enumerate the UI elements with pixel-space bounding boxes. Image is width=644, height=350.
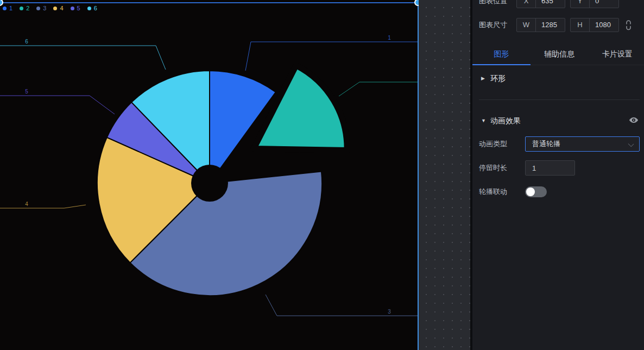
selection-border-right[interactable] (418, 2, 419, 350)
chevron-down-icon: ▼ (481, 112, 486, 129)
chevron-right-icon: ▶ (481, 70, 485, 87)
section-ring-header[interactable]: ▶ 环形 (472, 70, 644, 87)
height-value[interactable]: 1080 (590, 18, 618, 32)
carousel-linkage-label: 轮播联动 (479, 184, 507, 199)
section-animation-title: 动画效果 (490, 112, 521, 129)
animation-type-row: 动画类型 普通轮播 (472, 136, 644, 152)
stay-duration-label: 停留时长 (479, 160, 507, 176)
callout-line-5 (0, 96, 115, 114)
legend-item-3[interactable]: 3 (36, 5, 46, 11)
callout-label-6: 6 (25, 39, 28, 45)
y-position-input[interactable]: Y 0 (570, 0, 619, 8)
chevron-down-icon (628, 141, 634, 147)
x-position-input[interactable]: X 635 (516, 0, 565, 8)
callout-line-1 (245, 42, 418, 71)
callout-line-6 (0, 46, 166, 70)
legend-item-4[interactable]: 4 (53, 5, 63, 11)
animation-type-select[interactable]: 普通轮播 (525, 136, 640, 152)
chart-legend: 123456 (3, 5, 97, 11)
selection-handle-top-right[interactable] (414, 0, 419, 6)
legend-label: 2 (26, 5, 29, 11)
editor-stage: 123456 123456 图表位置 X 635 Y 0 图表尺寸 W 1285 (0, 0, 644, 350)
callout-label-3: 3 (388, 309, 391, 315)
width-value[interactable]: 1285 (536, 18, 565, 32)
donut-hole (191, 165, 228, 202)
selection-border-top (0, 2, 419, 3)
height-input[interactable]: H 1080 (570, 18, 619, 32)
callout-line-3 (266, 295, 418, 316)
legend-item-1[interactable]: 1 (3, 5, 12, 11)
callout-line-4 (0, 205, 86, 208)
animation-type-value: 普通轮播 (532, 137, 560, 151)
workspace-gutter (419, 0, 470, 350)
x-axis-label: X (517, 0, 536, 8)
legend-dot (53, 7, 57, 10)
x-position-value[interactable]: 635 (536, 0, 565, 8)
chart-canvas[interactable]: 123456 123456 (0, 0, 419, 350)
legend-dot (71, 7, 74, 10)
chart-size-row: 图表尺寸 W 1285 H 1080 (472, 18, 644, 32)
stay-duration-input[interactable] (525, 160, 575, 176)
y-position-value[interactable]: 0 (590, 0, 618, 8)
legend-dot (20, 7, 23, 10)
animation-type-label: 动画类型 (479, 136, 507, 152)
height-axis-label: H (571, 18, 590, 32)
y-axis-label: Y (571, 0, 590, 8)
carousel-linkage-row: 轮播联动 (472, 184, 644, 199)
legend-item-6[interactable]: 6 (87, 5, 97, 11)
legend-item-5[interactable]: 5 (71, 5, 80, 11)
toggle-knob (526, 188, 535, 196)
legend-dot (36, 7, 40, 10)
pie-chart: 123456 (0, 0, 419, 350)
callout-label-5: 5 (25, 89, 28, 95)
legend-label: 1 (9, 5, 12, 11)
tab-graphic[interactable]: 图形 (472, 43, 531, 65)
width-axis-label: W (517, 18, 536, 32)
pie-slice-2[interactable] (254, 65, 347, 150)
chart-size-label: 图表尺寸 (479, 18, 507, 32)
section-divider (479, 99, 640, 100)
tab-auxiliary-info[interactable]: 辅助信息 (531, 43, 589, 65)
legend-label: 4 (60, 5, 63, 11)
chart-position-label: 图表位置 (479, 0, 507, 8)
legend-label: 6 (94, 5, 97, 11)
legend-dot (87, 7, 91, 10)
visibility-eye-icon[interactable] (629, 116, 639, 126)
carousel-linkage-toggle[interactable] (525, 186, 547, 197)
panel-tabs: 图形 辅助信息 卡片设置 (472, 43, 644, 65)
legend-label: 5 (77, 5, 80, 11)
legend-dot (3, 7, 7, 10)
width-input[interactable]: W 1285 (516, 18, 565, 32)
section-ring-title: 环形 (490, 70, 506, 87)
callout-label-4: 4 (25, 201, 28, 207)
aspect-ratio-link-icon[interactable] (624, 19, 633, 33)
legend-label: 3 (43, 5, 46, 11)
stay-duration-row: 停留时长 (472, 160, 644, 176)
callout-line-2 (339, 82, 419, 96)
chart-position-row: 图表位置 X 635 Y 0 (472, 0, 644, 8)
callout-label-1: 1 (388, 35, 391, 41)
section-animation-header[interactable]: ▼ 动画效果 (472, 112, 644, 129)
legend-item-2[interactable]: 2 (20, 5, 29, 11)
tab-card-settings[interactable]: 卡片设置 (588, 43, 644, 65)
settings-panel: 图表位置 X 635 Y 0 图表尺寸 W 1285 H 1080 (470, 0, 644, 350)
